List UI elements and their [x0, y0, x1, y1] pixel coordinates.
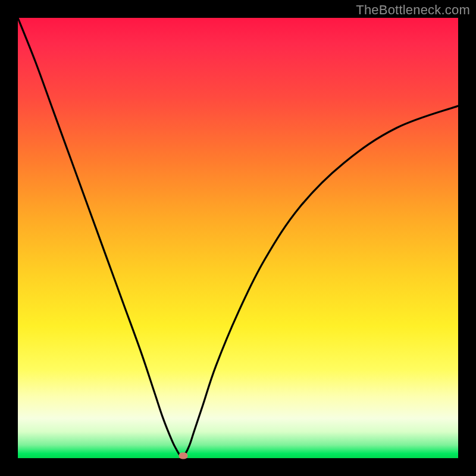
plot-area — [18, 18, 458, 458]
optimal-point-marker — [178, 452, 187, 459]
chart-stage: TheBottleneck.com — [0, 0, 476, 476]
watermark-text: TheBottleneck.com — [356, 2, 470, 18]
bottleneck-curve — [18, 18, 458, 458]
